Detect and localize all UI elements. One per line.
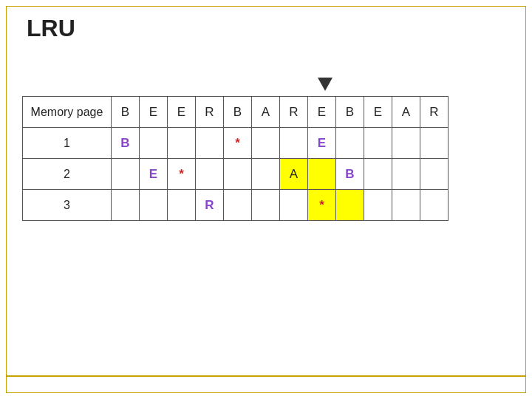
cell-r1-c5: *: [224, 128, 252, 159]
cell-r2-c11: [392, 159, 420, 190]
cell-r3-c8: *: [308, 190, 336, 221]
row-label-1: 1: [23, 128, 112, 159]
cell-r1-c7: [280, 128, 308, 159]
cell-r3-c1: [112, 190, 140, 221]
header-label: Memory page: [23, 97, 112, 128]
header-cell-11: A: [392, 97, 420, 128]
cell-r2-c4: [196, 159, 224, 190]
cell-r1-c6: [252, 128, 280, 159]
cell-r3-c12: [420, 190, 449, 221]
header-cell-2: E: [140, 97, 168, 128]
cell-r1-c2: [140, 128, 168, 159]
cell-r2-c5: [224, 159, 252, 190]
cell-r3-c3: [168, 190, 196, 221]
cell-r2-c6: [252, 159, 280, 190]
cell-r1-c11: [392, 128, 420, 159]
page-title: LRU: [27, 15, 75, 42]
header-cell-9: B: [336, 97, 364, 128]
lru-table: Memory pageBEERBAREBEAR1B*E2E*AB3R*: [22, 96, 449, 221]
header-cell-3: E: [168, 97, 196, 128]
header-cell-8: E: [308, 97, 336, 128]
cell-r1-c12: [420, 128, 449, 159]
cell-r3-c2: [140, 190, 168, 221]
header-cell-4: R: [196, 97, 224, 128]
cell-r3-c11: [392, 190, 420, 221]
cell-r3-c7: [280, 190, 308, 221]
header-cell-12: R: [420, 97, 449, 128]
cell-r3-c4: R: [196, 190, 224, 221]
cell-r1-c4: [196, 128, 224, 159]
header-cell-6: A: [252, 97, 280, 128]
cell-r3-c5: [224, 190, 252, 221]
row-label-3: 3: [23, 190, 112, 221]
cell-r2-c7: A: [280, 159, 308, 190]
cell-r1-c8: E: [308, 128, 336, 159]
cell-r2-c8: [308, 159, 336, 190]
cell-r3-c10: [364, 190, 392, 221]
cell-r1-c10: [364, 128, 392, 159]
cell-r3-c6: [252, 190, 280, 221]
bottom-line: [6, 375, 526, 377]
header-cell-10: E: [364, 97, 392, 128]
cell-r2-c12: [420, 159, 449, 190]
cell-r1-c3: [168, 128, 196, 159]
cell-r2-c10: [364, 159, 392, 190]
cell-r1-c1: B: [112, 128, 140, 159]
table-row-2: 2E*AB: [23, 159, 449, 190]
main-content: Memory pageBEERBAREBEAR1B*E2E*AB3R*: [22, 81, 510, 221]
cell-r2-c1: [112, 159, 140, 190]
header-cell-1: B: [112, 97, 140, 128]
cell-r2-c2: E: [140, 159, 168, 190]
header-cell-7: R: [280, 97, 308, 128]
cell-r2-c9: B: [336, 159, 364, 190]
table-row-3: 3R*: [23, 190, 449, 221]
cell-r1-c9: [336, 128, 364, 159]
row-label-2: 2: [23, 159, 112, 190]
cell-r3-c9: [336, 190, 364, 221]
cell-r2-c3: *: [168, 159, 196, 190]
table-row-1: 1B*E: [23, 128, 449, 159]
header-cell-5: B: [224, 97, 252, 128]
